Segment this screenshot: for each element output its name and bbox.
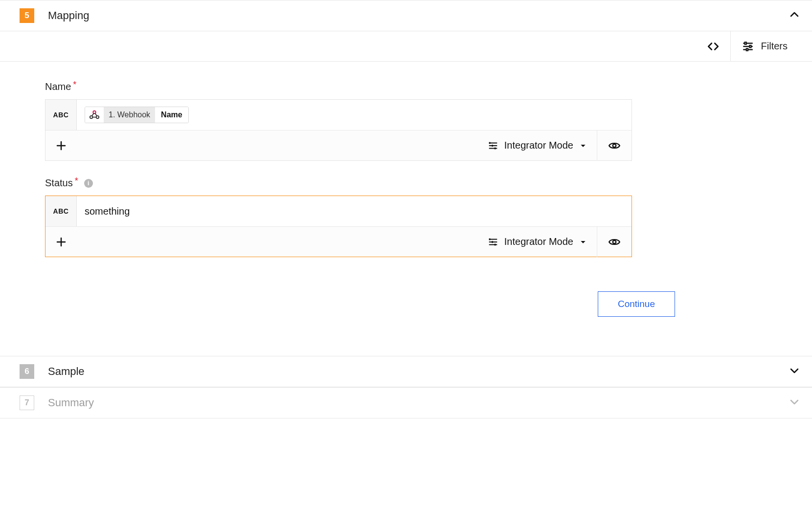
chevron-down-icon <box>789 396 800 410</box>
caret-down-icon <box>579 142 587 150</box>
svg-rect-6 <box>489 142 491 144</box>
eye-icon <box>608 236 621 248</box>
svg-rect-7 <box>492 145 493 147</box>
list-icon <box>488 237 498 247</box>
svg-point-9 <box>613 144 616 147</box>
status-input-card: ABC <box>45 196 632 257</box>
section-summary-header[interactable]: 7 Summary <box>0 387 812 418</box>
required-asterisk: * <box>75 176 78 186</box>
section-mapping-header[interactable]: 5 Mapping <box>0 0 812 31</box>
code-icon <box>707 40 720 53</box>
type-badge-abc: ABC <box>45 100 77 130</box>
section-title: Summary <box>48 396 94 409</box>
svg-rect-11 <box>492 241 493 243</box>
chevron-down-icon <box>789 365 800 378</box>
field-name: Name* ABC <box>45 81 632 161</box>
svg-rect-12 <box>495 243 496 245</box>
svg-rect-10 <box>489 238 491 240</box>
pill-key: Name <box>155 107 188 123</box>
sliders-icon <box>742 40 754 53</box>
step-number-badge: 7 <box>20 395 34 410</box>
svg-rect-8 <box>495 147 496 149</box>
caret-down-icon <box>579 238 587 246</box>
svg-rect-1 <box>749 45 751 47</box>
label-text: Name <box>45 81 71 92</box>
data-pill[interactable]: 1. Webhook Name <box>85 107 189 123</box>
field-status: Status* i ABC <box>45 177 632 257</box>
webhook-icon <box>85 107 104 123</box>
mapping-toolbar: Filters <box>0 31 812 62</box>
eye-icon <box>608 139 621 152</box>
field-status-label: Status* i <box>45 177 632 189</box>
preview-button[interactable] <box>597 236 632 248</box>
code-toggle-button[interactable] <box>696 31 730 62</box>
info-icon[interactable]: i <box>84 179 93 188</box>
mode-label: Integrator Mode <box>504 236 573 247</box>
svg-rect-2 <box>746 48 747 50</box>
chevron-up-icon <box>789 9 800 22</box>
step-number-badge: 5 <box>20 8 34 23</box>
svg-rect-0 <box>744 42 746 44</box>
continue-button[interactable]: Continue <box>598 291 675 317</box>
add-button[interactable] <box>45 140 77 152</box>
svg-point-13 <box>613 240 616 243</box>
section-sample-header[interactable]: 6 Sample <box>0 356 812 387</box>
name-input-card: ABC <box>45 99 632 161</box>
add-button[interactable] <box>45 236 77 248</box>
mode-dropdown[interactable]: Integrator Mode <box>478 236 597 247</box>
section-title: Sample <box>48 365 85 378</box>
filters-button[interactable]: Filters <box>731 31 798 62</box>
field-name-label: Name* <box>45 81 632 92</box>
plus-icon <box>55 140 67 152</box>
label-text: Status <box>45 177 73 189</box>
preview-button[interactable] <box>597 139 632 152</box>
mode-label: Integrator Mode <box>504 140 573 151</box>
status-input[interactable] <box>85 206 624 217</box>
mode-dropdown[interactable]: Integrator Mode <box>478 140 597 151</box>
type-badge-abc: ABC <box>45 196 77 226</box>
step-number-badge: 6 <box>20 364 34 379</box>
filters-label: Filters <box>761 41 788 52</box>
list-icon <box>488 140 498 151</box>
plus-icon <box>55 236 67 248</box>
section-title: Mapping <box>48 9 89 22</box>
required-asterisk: * <box>73 80 76 90</box>
status-value-area[interactable] <box>77 206 632 217</box>
pill-source: 1. Webhook <box>104 107 155 123</box>
name-value-area[interactable]: 1. Webhook Name <box>77 107 632 123</box>
